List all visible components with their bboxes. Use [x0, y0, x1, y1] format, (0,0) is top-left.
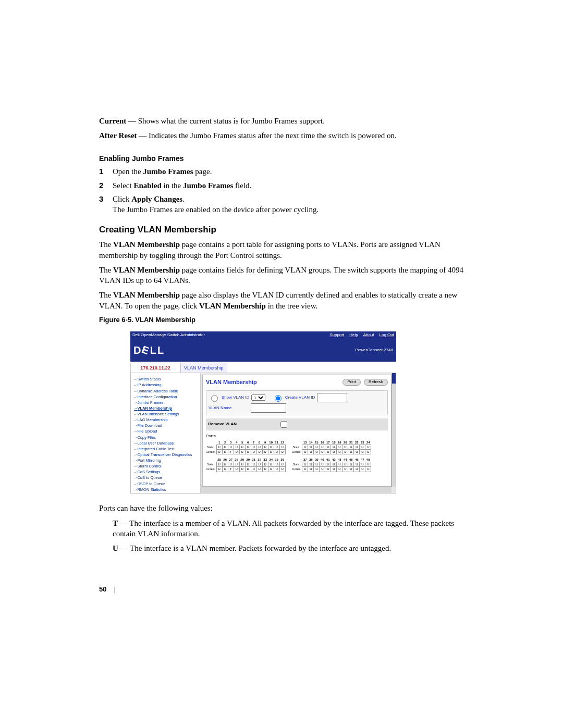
port-cell[interactable]: U	[337, 450, 342, 454]
port-cell[interactable]: U	[360, 445, 365, 450]
tree-item[interactable]: Optical Transceiver Diagnostics	[134, 452, 199, 458]
port-cell[interactable]: U	[360, 467, 365, 472]
port-cell[interactable]: U	[279, 450, 285, 454]
port-cell[interactable]: U	[360, 462, 365, 467]
port-cell[interactable]: U	[239, 445, 245, 450]
tree-item[interactable]: Port Mirroring	[134, 458, 199, 463]
port-cell[interactable]: U	[239, 450, 245, 454]
port-cell[interactable]: U	[274, 467, 279, 472]
port-cell[interactable]: U	[245, 462, 251, 467]
tree-item[interactable]: IP Addressing	[134, 382, 199, 388]
tree-item[interactable]: Local User Database	[134, 441, 199, 446]
port-cell[interactable]: U	[348, 450, 354, 454]
port-cell[interactable]: U	[268, 462, 274, 467]
port-cell[interactable]: U	[325, 467, 331, 472]
port-cell[interactable]: U	[268, 445, 274, 450]
port-cell[interactable]: U	[354, 467, 360, 472]
port-cell[interactable]: U	[245, 467, 251, 472]
create-vlan-radio[interactable]	[275, 395, 282, 402]
port-cell[interactable]: U	[262, 462, 268, 467]
port-cell[interactable]: U	[325, 445, 331, 450]
port-cell[interactable]: U	[320, 462, 325, 467]
port-cell[interactable]: U	[228, 445, 234, 450]
port-cell[interactable]: U	[325, 462, 331, 467]
port-cell[interactable]: U	[320, 445, 325, 450]
port-cell[interactable]: U	[234, 467, 239, 472]
tree-item[interactable]: Copy Files	[134, 435, 199, 440]
tree-item[interactable]: CoS Settings	[134, 470, 199, 475]
port-cell[interactable]: U	[216, 445, 222, 450]
port-cell[interactable]: U	[279, 445, 285, 450]
port-cell[interactable]: U	[365, 450, 371, 454]
toplink-about[interactable]: About	[363, 332, 374, 337]
port-cell[interactable]: U	[308, 450, 314, 454]
tree-item[interactable]: DSCP to Queue	[134, 482, 199, 487]
horizontal-scrollbar[interactable]	[201, 487, 391, 493]
port-cell[interactable]: U	[256, 467, 262, 472]
port-cell[interactable]: U	[234, 450, 239, 454]
port-cell[interactable]: U	[234, 462, 239, 467]
port-cell[interactable]: U	[251, 450, 256, 454]
port-cell[interactable]: U	[314, 467, 320, 472]
port-cell[interactable]: U	[262, 467, 268, 472]
port-cell[interactable]: U	[348, 467, 354, 472]
vertical-scrollbar[interactable]	[391, 373, 396, 487]
port-cell[interactable]: U	[302, 445, 308, 450]
port-cell[interactable]: U	[365, 445, 371, 450]
port-cell[interactable]: U	[331, 462, 337, 467]
tab-vlan-membership[interactable]: VLAN Membership	[180, 363, 227, 373]
port-cell[interactable]: U	[308, 445, 314, 450]
port-cell[interactable]: U	[262, 450, 268, 454]
port-cell[interactable]: U	[354, 445, 360, 450]
create-vlan-input[interactable]	[317, 393, 347, 402]
port-cell[interactable]: T	[228, 450, 234, 454]
port-cell[interactable]: U	[274, 445, 279, 450]
print-button[interactable]: Print	[342, 379, 360, 386]
port-cell[interactable]: U	[216, 450, 222, 454]
tree-item[interactable]: CoS to Queue	[134, 475, 199, 480]
port-cell[interactable]: U	[314, 445, 320, 450]
tree-item[interactable]: VLAN Membership	[134, 406, 199, 411]
port-cell[interactable]: U	[302, 450, 308, 454]
port-cell[interactable]: U	[279, 467, 285, 472]
port-cell[interactable]: U	[320, 450, 325, 454]
tree-item[interactable]: Jumbo Frames	[134, 400, 199, 405]
port-cell[interactable]: U	[314, 462, 320, 467]
port-cell[interactable]: U	[354, 462, 360, 467]
nav-tree[interactable]: Switch StatusIP AddressingDynamic Addres…	[131, 373, 201, 493]
port-cell[interactable]: U	[222, 450, 228, 454]
port-cell[interactable]: U	[216, 467, 222, 472]
port-cell[interactable]: U	[239, 467, 245, 472]
tree-item[interactable]: Storm Control	[134, 464, 199, 469]
remove-vlan-checkbox[interactable]	[280, 421, 287, 428]
port-cell[interactable]: U	[262, 445, 268, 450]
tree-item[interactable]: File Download	[134, 423, 199, 428]
port-cell[interactable]: U	[251, 462, 256, 467]
port-cell[interactable]: T	[228, 467, 234, 472]
port-cell[interactable]: U	[245, 445, 251, 450]
port-cell[interactable]: U	[216, 462, 222, 467]
port-cell[interactable]: U	[308, 462, 314, 467]
port-cell[interactable]: U	[331, 450, 337, 454]
port-cell[interactable]: U	[354, 450, 360, 454]
port-cell[interactable]: U	[337, 467, 342, 472]
show-vlan-radio[interactable]	[211, 395, 218, 402]
tree-item[interactable]: File Upload	[134, 429, 199, 434]
port-cell[interactable]: U	[268, 450, 274, 454]
port-cell[interactable]: U	[222, 445, 228, 450]
port-cell[interactable]: U	[360, 450, 365, 454]
port-cell[interactable]: U	[337, 445, 342, 450]
show-vlan-select[interactable]: 1	[251, 394, 265, 401]
port-cell[interactable]: U	[365, 462, 371, 467]
port-cell[interactable]: U	[256, 462, 262, 467]
toplink-help[interactable]: Help	[349, 332, 358, 337]
port-cell[interactable]: U	[279, 462, 285, 467]
port-cell[interactable]: U	[274, 462, 279, 467]
tree-item[interactable]: VLAN Interface Settings	[134, 412, 199, 417]
toplink-log-out[interactable]: Log Out	[380, 332, 394, 337]
refresh-button[interactable]: Refresh	[364, 379, 388, 386]
port-cell[interactable]: U	[222, 462, 228, 467]
port-cell[interactable]: U	[302, 462, 308, 467]
tree-item[interactable]: Reset	[134, 493, 199, 493]
port-cell[interactable]: U	[228, 462, 234, 467]
